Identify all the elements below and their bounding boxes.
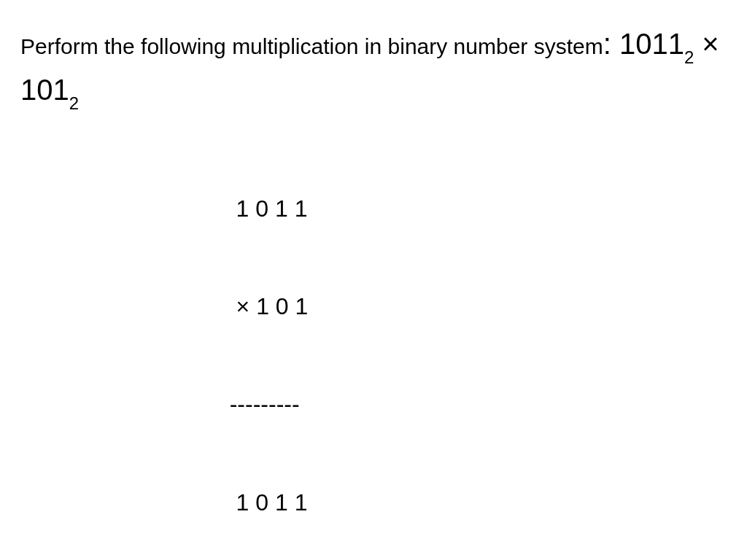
operator: × — [694, 28, 719, 60]
multiplier-line: × 1 0 1 — [20, 290, 727, 323]
calculation-block: 1 0 1 1 × 1 0 1 --------- 1 0 1 1 + 0 0 … — [20, 127, 727, 560]
operand2-base: 2 — [69, 93, 79, 113]
separator-1: --------- — [20, 388, 727, 421]
problem-statement: Perform the following multiplication in … — [20, 22, 727, 114]
operand1: 1011 — [619, 28, 684, 60]
partial-product-1: 1 0 1 1 — [20, 486, 727, 519]
multiplicand-line: 1 0 1 1 — [20, 192, 727, 225]
operand2: 101 — [20, 74, 69, 106]
operand1-base: 2 — [684, 47, 694, 67]
problem-text: Perform the following multiplication in … — [20, 34, 603, 58]
colon: : — [603, 28, 619, 60]
